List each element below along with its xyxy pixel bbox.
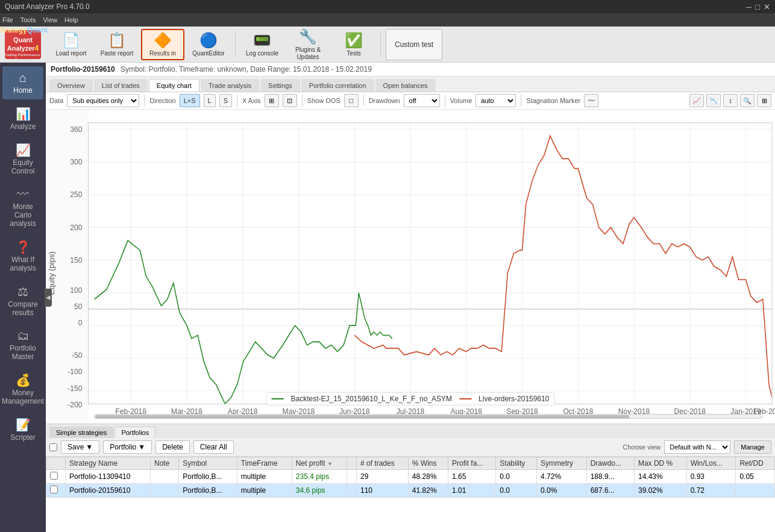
maximize-btn[interactable]: □: [755, 2, 760, 11]
plugins-updates-btn[interactable]: 🔧 Plugins & Updates: [286, 29, 330, 60]
td-trades: 29: [356, 470, 408, 484]
sidebar-item-home[interactable]: ⌂ Home: [2, 66, 43, 99]
th-wins[interactable]: % Wins: [408, 457, 448, 470]
svg-text:200: 200: [70, 223, 82, 232]
paste-report-btn[interactable]: 📋 Paste report: [95, 29, 139, 60]
view-dropdown[interactable]: Default with N...: [664, 440, 730, 454]
sidebar-item-monte-carlo[interactable]: 〰 Monte Carlo analysis: [2, 183, 43, 233]
td-net-profit: 235.4 pips: [292, 470, 347, 484]
tab-simple-strategies[interactable]: Simple strategies: [49, 427, 113, 438]
portfolio-meta: Symbol: Portfolio, Timeframe: unknown, D…: [121, 65, 372, 74]
td-trades: 110: [356, 484, 408, 498]
td-net-profit: 34.6 pips: [292, 484, 347, 498]
chart-scrollbar-thumb[interactable]: [95, 415, 629, 419]
th-timeframe[interactable]: TimeFrame: [237, 457, 292, 470]
td-win-los: 0.72: [686, 484, 736, 498]
tab-equity-chart[interactable]: Equity chart: [149, 79, 199, 92]
portfolio-dropdown-arrow[interactable]: ▼: [138, 443, 145, 451]
main-layout: ◀ ⌂ Home 📊 Analyze 📈 Equity Control 〰 Mo…: [0, 63, 775, 532]
table-row[interactable]: Portfolio-11309410 Portfolio,B... multip…: [46, 470, 775, 484]
clear-all-btn[interactable]: Clear All: [193, 440, 234, 454]
th-symmetry[interactable]: Symmetry: [537, 457, 587, 470]
data-dropdown[interactable]: Sub equities only All equities Net equit…: [67, 94, 139, 107]
menu-file[interactable]: File: [2, 16, 13, 23]
svg-text:360: 360: [70, 125, 82, 134]
portfolio-master-icon: 🗂: [17, 329, 29, 343]
custom-test-btn[interactable]: Custom test: [386, 29, 442, 60]
volume-dropdown[interactable]: auto manual: [475, 94, 516, 107]
tab-open-balances[interactable]: Open balances: [375, 79, 436, 92]
quant-editor-btn[interactable]: 🔵 QuantEditor: [187, 29, 230, 60]
sidebar-item-money-management[interactable]: 💰 Money Management: [2, 368, 43, 410]
chart-icon-btn-2[interactable]: 📉: [706, 94, 721, 107]
tab-portfolio-correlation[interactable]: Portfolio correlation: [301, 79, 374, 92]
sidebar-item-equity-control[interactable]: 📈 Equity Control: [2, 138, 43, 180]
load-report-btn[interactable]: 📄 Load report: [49, 29, 93, 60]
chart-icon-btn-3[interactable]: ↕: [723, 94, 738, 107]
what-if-icon: ❓: [16, 240, 31, 254]
td-symbol: Portfolio,B...: [179, 470, 237, 484]
title-bar: Quant Analyzer Pro 4.70.0 ─ □ ✕: [0, 0, 775, 13]
td-max-dd: 14.43%: [634, 470, 686, 484]
th-symbol[interactable]: Symbol: [179, 457, 237, 470]
direction-ls-btn[interactable]: L+S: [180, 94, 200, 107]
th-trades[interactable]: # of trades: [356, 457, 408, 470]
tab-settings[interactable]: Settings: [260, 79, 300, 92]
tests-btn[interactable]: ✅ Tests: [332, 29, 375, 60]
td-timeframe: multiple: [237, 470, 292, 484]
ctrl-sep-4: [363, 95, 364, 107]
direction-s-btn[interactable]: S: [219, 94, 232, 107]
th-stability[interactable]: Stability: [496, 457, 537, 470]
manage-btn[interactable]: Manage: [734, 440, 771, 454]
th-profit-fa[interactable]: Profit fa...: [448, 457, 496, 470]
sidebar-item-compare[interactable]: ⚖ Compare results: [2, 280, 43, 322]
tab-portfolios[interactable]: Portfolios: [115, 427, 155, 438]
menu-tools[interactable]: Tools: [20, 16, 36, 23]
data-label: Data: [49, 97, 63, 104]
chart-icon-btn-5[interactable]: ⊞: [757, 94, 771, 107]
th-net-profit[interactable]: Net profit ▼: [292, 457, 347, 470]
save-btn[interactable]: Save ▼: [61, 440, 99, 454]
chart-icon-btn-4[interactable]: 🔍: [740, 94, 755, 107]
th-strategy-name[interactable]: Strategy Name: [66, 457, 151, 470]
th-note[interactable]: Note: [151, 457, 179, 470]
close-btn[interactable]: ✕: [764, 2, 770, 11]
th-sort-indicator: [347, 457, 356, 470]
stagnation-icon-btn[interactable]: 〰: [584, 94, 598, 107]
chart-icon-btn-1[interactable]: 📈: [689, 94, 704, 107]
delete-btn[interactable]: Delete: [155, 440, 190, 454]
sidebar-item-analyze[interactable]: 📊 Analyze: [2, 102, 43, 136]
menu-bar: File Tools View Help: [0, 13, 775, 27]
th-win-los[interactable]: Win/Los...: [686, 457, 736, 470]
menu-help[interactable]: Help: [64, 16, 78, 23]
select-all-checkbox[interactable]: [49, 443, 57, 451]
compare-icon: ⚖: [17, 284, 28, 299]
th-ret-dd[interactable]: Ret/DD: [736, 457, 775, 470]
log-console-btn[interactable]: 📟 Log console: [240, 29, 284, 60]
td-wins: 48.28%: [408, 470, 448, 484]
sidebar-item-what-if[interactable]: ❓ What If analysis: [2, 235, 43, 277]
direction-l-btn[interactable]: L: [204, 94, 216, 107]
tab-overview[interactable]: Overview: [49, 79, 93, 92]
th-checkbox: [46, 457, 66, 470]
show-oos-btn[interactable]: □: [344, 94, 359, 107]
results-in-btn[interactable]: 🔶 Results in: [141, 29, 184, 60]
th-max-dd[interactable]: Max DD %: [634, 457, 686, 470]
sidebar-item-scripter[interactable]: 📝 Scripter: [2, 413, 43, 446]
drawdown-dropdown[interactable]: off on: [404, 94, 440, 107]
xaxis-trades-btn[interactable]: ⊞: [265, 94, 279, 107]
menu-view[interactable]: View: [43, 16, 57, 23]
sidebar-collapse-btn[interactable]: ◀: [45, 289, 52, 307]
table-row[interactable]: Portfolio-20159610 Portfolio,B... multip…: [46, 484, 775, 498]
chart-scrollbar[interactable]: [94, 414, 763, 419]
tab-trade-analysis[interactable]: Trade analysis: [201, 79, 259, 92]
toolbar-separator-2: [380, 31, 381, 58]
th-drawdown[interactable]: Drawdo...: [586, 457, 634, 470]
xaxis-time-btn[interactable]: ⊡: [283, 94, 297, 107]
stagnation-label: Stagnation Marker: [526, 97, 580, 104]
save-dropdown-arrow[interactable]: ▼: [86, 443, 93, 451]
tab-list-of-trades[interactable]: List of trades: [94, 79, 148, 92]
sidebar-item-portfolio-master[interactable]: 🗂 Portfolio Master: [2, 324, 43, 366]
portfolio-btn[interactable]: Portfolio ▼: [103, 440, 152, 454]
minimize-btn[interactable]: ─: [746, 2, 751, 11]
